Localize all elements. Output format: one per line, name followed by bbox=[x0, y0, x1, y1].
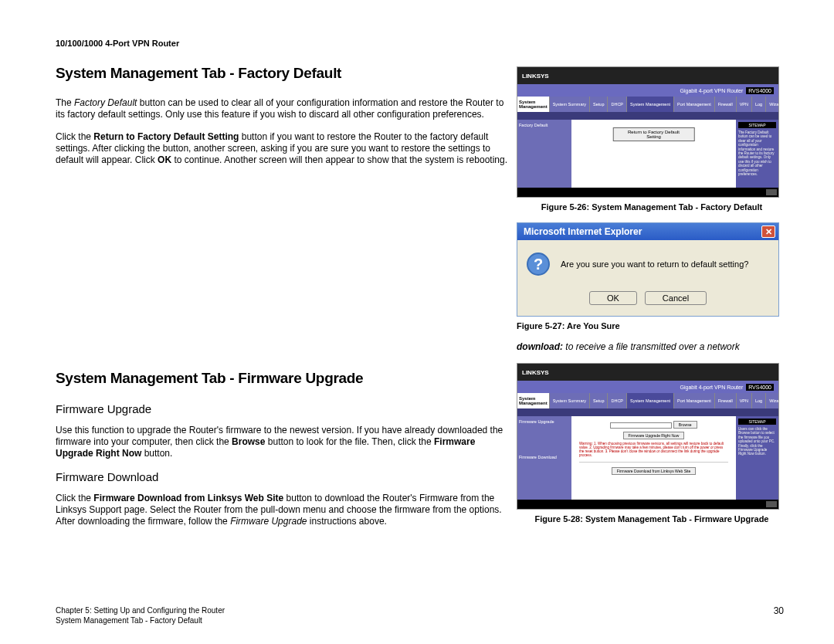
router-subtab-row bbox=[517, 112, 778, 120]
code-text: RVS4000 bbox=[746, 384, 774, 391]
tab[interactable]: Port Management bbox=[673, 97, 714, 112]
footer-chapter: Chapter 5: Setting Up and Configuring th… bbox=[56, 605, 225, 615]
footer-left: Chapter 5: Setting Up and Configuring th… bbox=[56, 605, 225, 625]
factory-default-button[interactable]: Return to Factory Default Setting bbox=[612, 127, 695, 141]
subheading-firmware-download: Firmware Download bbox=[56, 470, 507, 483]
model-text: Gigabit 4-port VPN Router bbox=[680, 88, 744, 93]
right-column: LINKSYS Gigabit 4-port VPN Router RVS400… bbox=[517, 65, 787, 538]
tab[interactable]: Wizard bbox=[765, 393, 779, 408]
brand-text: LINKSYS bbox=[522, 73, 549, 80]
text: to continue. Another screen will then ap… bbox=[171, 154, 507, 165]
tab[interactable]: Log bbox=[751, 393, 765, 408]
model-text: Gigabit 4-port VPN Router bbox=[680, 385, 744, 390]
router-subtab-row bbox=[517, 408, 778, 416]
router-right-panel: SITEMAP Users can click the Browse butto… bbox=[736, 416, 778, 509]
router-right-panel: SITEMAP The Factory Default button can b… bbox=[736, 120, 778, 197]
dialog-body: ? Are you sure you want to return to def… bbox=[517, 240, 778, 288]
spacer bbox=[56, 177, 507, 370]
bold-return-button: Return to Factory Default Setting bbox=[93, 131, 239, 142]
tab-active[interactable]: System Management bbox=[626, 97, 673, 112]
sitemap-label[interactable]: SITEMAP bbox=[738, 419, 776, 425]
glossary-entry: download: to receive a file transmitted … bbox=[517, 341, 787, 352]
caption-5-28: Figure 5-28: System Management Tab - Fir… bbox=[517, 514, 787, 524]
para-factory-default-2: Click the Return to Factory Default Sett… bbox=[56, 131, 507, 166]
cisco-logo bbox=[766, 501, 777, 507]
browse-button[interactable]: Browse bbox=[673, 421, 697, 429]
fw-content: Browse Firmware Upgrade Right Now Warnin… bbox=[579, 421, 728, 475]
router-side-title: System Management bbox=[517, 97, 549, 112]
close-icon[interactable]: ✕ bbox=[761, 225, 775, 238]
router-footer bbox=[517, 188, 778, 197]
page: 10/100/1000 4-Port VPN Router System Man… bbox=[0, 0, 834, 644]
router-side-title: System Management bbox=[517, 393, 549, 408]
glossary-term: download: bbox=[517, 341, 563, 352]
para-firmware-download: Click the Firmware Download from Linksys… bbox=[56, 493, 507, 527]
upgrade-now-button[interactable]: Firmware Upgrade Right Now bbox=[623, 432, 685, 439]
dialog-titlebar: Microsoft Internet Explorer ✕ bbox=[517, 223, 778, 240]
page-number: 30 bbox=[774, 605, 784, 625]
fw-row-1: Browse bbox=[579, 421, 728, 429]
router-main-panel: Browse Firmware Upgrade Right Now Warnin… bbox=[571, 416, 736, 509]
page-footer: Chapter 5: Setting Up and Configuring th… bbox=[56, 605, 784, 625]
router-brand-bar: LINKSYS bbox=[517, 364, 778, 381]
tab[interactable]: Setup bbox=[589, 393, 607, 408]
fw-row-2: Firmware Upgrade Right Now bbox=[579, 432, 728, 439]
bold-browse: Browse bbox=[232, 436, 265, 447]
router-brand-bar: LINKSYS bbox=[517, 67, 778, 84]
file-input[interactable] bbox=[610, 422, 672, 429]
tab[interactable]: System Summary bbox=[549, 393, 589, 408]
figure-5-26: LINKSYS Gigabit 4-port VPN Router RVS400… bbox=[517, 66, 779, 198]
section-title-factory-default: System Management Tab - Factory Default bbox=[56, 65, 507, 82]
tab[interactable]: Wizard bbox=[765, 97, 779, 112]
left-panel-label: Factory Default bbox=[519, 123, 570, 127]
tab-active[interactable]: System Management bbox=[626, 393, 673, 408]
dialog-buttons: OK Cancel bbox=[517, 288, 778, 316]
caption-5-27: Figure 5-27: Are You Sure bbox=[517, 321, 787, 330]
tab[interactable]: VPN bbox=[736, 393, 751, 408]
router-main-panel: Return to Factory Default Setting bbox=[571, 120, 736, 197]
text: instructions above. bbox=[307, 516, 387, 527]
router-body: Factory Default Return to Factory Defaul… bbox=[517, 120, 778, 197]
para-firmware-upgrade: Use this function to upgrade the Router'… bbox=[56, 425, 507, 459]
subheading-firmware-upgrade: Firmware Upgrade bbox=[56, 402, 507, 415]
tab[interactable]: Log bbox=[751, 97, 765, 112]
text: button to look for the file. Then, click… bbox=[265, 436, 434, 447]
sitemap-label[interactable]: SITEMAP bbox=[738, 122, 776, 128]
tab[interactable]: Firewall bbox=[714, 97, 736, 112]
fw-row-3: Firmware Download from Linksys Web Site bbox=[579, 462, 728, 475]
tab[interactable]: DHCP bbox=[607, 97, 626, 112]
ok-button[interactable]: OK bbox=[589, 291, 637, 305]
router-tab-row: System Management System Summary Setup D… bbox=[517, 97, 778, 112]
tab[interactable]: Port Management bbox=[673, 393, 714, 408]
code-text: RVS4000 bbox=[746, 87, 774, 94]
router-body: Firmware Upgrade Firmware Download Brows… bbox=[517, 416, 778, 509]
dialog-message: Are you sure you want to return to defau… bbox=[561, 259, 748, 269]
tab[interactable]: DHCP bbox=[607, 393, 626, 408]
text: Click the bbox=[56, 493, 93, 503]
left-panel-label: Firmware Upgrade bbox=[519, 419, 570, 424]
tab[interactable]: Setup bbox=[589, 97, 607, 112]
text: The bbox=[56, 97, 74, 108]
help-text: Users can click the Browse button to sel… bbox=[738, 427, 776, 456]
tab[interactable]: System Summary bbox=[549, 97, 589, 112]
figure-5-27: Microsoft Internet Explorer ✕ ? Are you … bbox=[517, 222, 779, 317]
download-button[interactable]: Firmware Download from Linksys Web Site bbox=[612, 467, 697, 475]
router-left-panel: Firmware Upgrade Firmware Download bbox=[517, 416, 571, 509]
dialog-title: Microsoft Internet Explorer bbox=[524, 226, 642, 237]
section-title-firmware-upgrade: System Management Tab - Firmware Upgrade bbox=[56, 370, 507, 387]
glossary-def: to receive a file transmitted over a net… bbox=[563, 341, 740, 352]
router-tab-row: System Management System Summary Setup D… bbox=[517, 393, 778, 408]
bold-ok: OK bbox=[158, 154, 171, 165]
text: button. bbox=[141, 448, 172, 459]
cancel-button[interactable]: Cancel bbox=[645, 291, 707, 305]
question-icon: ? bbox=[527, 253, 550, 276]
brand-text: LINKSYS bbox=[522, 369, 549, 376]
cisco-logo bbox=[766, 189, 777, 195]
para-factory-default-1: The Factory Default button can be used t… bbox=[56, 97, 507, 120]
footer-section: System Management Tab - Factory Default bbox=[56, 615, 225, 625]
router-footer bbox=[517, 500, 778, 509]
tab[interactable]: VPN bbox=[736, 97, 751, 112]
tab[interactable]: Firewall bbox=[714, 393, 736, 408]
router-left-panel: Factory Default bbox=[517, 120, 571, 197]
bold-download-link: Firmware Download from Linksys Web Site bbox=[93, 493, 283, 503]
